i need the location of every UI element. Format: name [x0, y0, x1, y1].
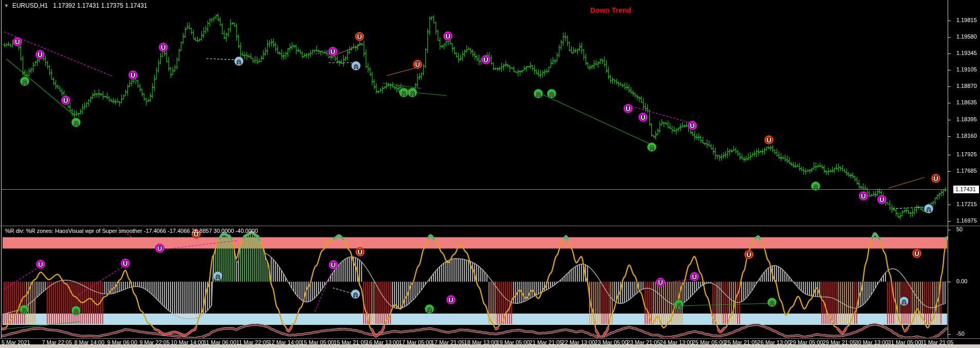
chart-ohlc-values: 1.17392 1.17431 1.17375 1.17431: [53, 2, 147, 9]
chart-symbol-timeframe: EURUSD,H1: [12, 2, 48, 9]
window-bottom-edge: [0, 344, 980, 348]
trend-label: Down Trend: [590, 6, 631, 14]
current-price-tag: 1.17431: [953, 186, 979, 193]
indicator-title: %R div: %R zones: HaosVisual wpr of Supe…: [5, 228, 258, 234]
symbol-dropdown-icon: ▼: [4, 3, 9, 8]
chart-title-bar: ▼EURUSD,H11.17392 1.17431 1.17375 1.1743…: [4, 2, 147, 9]
chart-canvas[interactable]: [0, 0, 980, 348]
mt4-chart-window: ▼EURUSD,H11.17392 1.17431 1.17375 1.1743…: [0, 0, 980, 348]
